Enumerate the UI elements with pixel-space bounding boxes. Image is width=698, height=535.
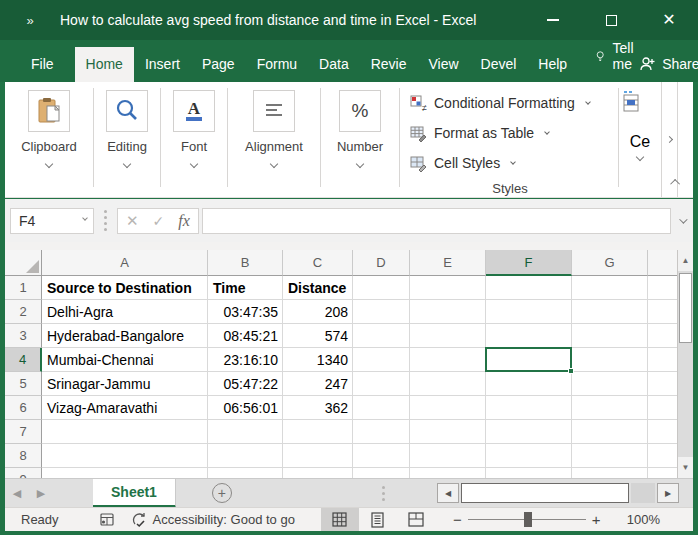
cell-D4[interactable] (353, 348, 410, 372)
row-header-3[interactable]: 3 (5, 324, 42, 348)
active-cell-F4[interactable] (485, 347, 572, 372)
page-layout-view-button[interactable] (359, 508, 397, 531)
column-header-B[interactable]: B (208, 250, 283, 276)
editing-group-button[interactable]: Editing (94, 82, 160, 197)
horizontal-scroll-track[interactable] (631, 483, 655, 503)
share-button[interactable]: Share (639, 56, 698, 82)
cell-G9[interactable] (572, 468, 648, 478)
sheet-nav-left-icon[interactable]: ◀ (5, 487, 29, 500)
cell-C9[interactable] (283, 468, 353, 478)
cell-B7[interactable] (208, 420, 283, 444)
cell-F1[interactable] (486, 276, 572, 300)
format-as-table-button[interactable]: Format as Table (410, 118, 610, 148)
ribbon-tab-revie[interactable]: Revie (360, 47, 418, 82)
cell-B5[interactable]: 05:47:22 (208, 372, 283, 396)
cell-C4[interactable]: 1340 (283, 348, 353, 372)
ribbon-tab-page[interactable]: Page (191, 47, 246, 82)
vertical-scrollbar[interactable]: ▲ ▼ (677, 250, 693, 478)
conditional-formatting-button[interactable]: ≠ Conditional Formatting (410, 88, 610, 118)
cells-group-button[interactable]: Ce (619, 82, 661, 197)
cell-G2[interactable] (572, 300, 648, 324)
cell-E7[interactable] (410, 420, 486, 444)
cell-B4[interactable]: 23:16:10 (208, 348, 283, 372)
vertical-scroll-thumb[interactable] (679, 273, 692, 343)
cell-A8[interactable] (42, 444, 208, 468)
accessibility-status[interactable]: Accessibility: Good to go (153, 512, 295, 527)
cell-D3[interactable] (353, 324, 410, 348)
cell-E2[interactable] (410, 300, 486, 324)
enter-icon[interactable]: ✓ (153, 213, 165, 229)
cell-G8[interactable] (572, 444, 648, 468)
scroll-up-icon[interactable]: ▲ (678, 250, 693, 271)
sheet-tab-sheet1[interactable]: Sheet1 (93, 479, 176, 508)
cell-F2[interactable] (486, 300, 572, 324)
zoom-level[interactable]: 100% (620, 512, 666, 527)
cell-F8[interactable] (486, 444, 572, 468)
cell-A2[interactable]: Delhi-Agra (42, 300, 208, 324)
cell-B8[interactable] (208, 444, 283, 468)
cell-A5[interactable]: Srinagar-Jammu (42, 372, 208, 396)
quick-access-toolbar-icon[interactable]: » (0, 13, 60, 28)
cell-A7[interactable] (42, 420, 208, 444)
cell-B6[interactable]: 06:56:01 (208, 396, 283, 420)
cell-C3[interactable]: 574 (283, 324, 353, 348)
cell-D8[interactable] (353, 444, 410, 468)
cell-D1[interactable] (353, 276, 410, 300)
scroll-right-icon[interactable]: ▶ (657, 483, 679, 503)
cell-F6[interactable] (486, 396, 572, 420)
column-header-C[interactable]: C (283, 250, 353, 276)
macro-record-icon[interactable] (99, 512, 115, 527)
cell-G3[interactable] (572, 324, 648, 348)
ribbon-tab-insert[interactable]: Insert (134, 47, 191, 82)
row-header-6[interactable]: 6 (5, 396, 42, 420)
insert-function-icon[interactable]: fx (178, 212, 190, 230)
formula-input[interactable] (202, 208, 671, 234)
column-header-D[interactable]: D (353, 250, 410, 276)
cell-E1[interactable] (410, 276, 486, 300)
row-header-2[interactable]: 2 (5, 300, 42, 324)
zoom-in-button[interactable]: + (586, 511, 607, 528)
cell-G4[interactable] (572, 348, 648, 372)
row-header-7[interactable]: 7 (5, 420, 42, 444)
name-box[interactable]: F4 (10, 208, 94, 234)
cell-F9[interactable] (486, 468, 572, 478)
page-break-preview-button[interactable] (397, 508, 435, 531)
row-header-1[interactable]: 1 (5, 276, 42, 300)
cell-B2[interactable]: 03:47:35 (208, 300, 283, 324)
maximize-button[interactable] (582, 0, 640, 40)
cell-E4[interactable] (410, 348, 486, 372)
column-header-A[interactable]: A (42, 250, 208, 276)
expand-formula-bar-button[interactable] (671, 218, 693, 224)
cell-B9[interactable] (208, 468, 283, 478)
ribbon-tab-home[interactable]: Home (75, 47, 134, 82)
cell-A6[interactable]: Vizag-Amaravathi (42, 396, 208, 420)
ribbon-tab-data[interactable]: Data (308, 47, 360, 82)
cell-C6[interactable]: 362 (283, 396, 353, 420)
ribbon-tab-help[interactable]: Help (527, 47, 578, 82)
cell-styles-button[interactable]: Cell Styles (410, 148, 610, 178)
cell-D2[interactable] (353, 300, 410, 324)
minimize-button[interactable] (524, 0, 582, 40)
zoom-slider-thumb[interactable] (524, 512, 532, 527)
cell-C8[interactable] (283, 444, 353, 468)
horizontal-scroll-thumb[interactable] (461, 483, 629, 503)
cell-C1[interactable]: Distance (283, 276, 353, 300)
sheet-nav-right-icon[interactable]: ▶ (29, 487, 53, 500)
cell-A9[interactable] (42, 468, 208, 478)
font-group-button[interactable]: A Font (161, 82, 227, 197)
fill-handle[interactable] (568, 368, 574, 374)
tab-bar-divider[interactable] (382, 486, 385, 501)
cell-F5[interactable] (486, 372, 572, 396)
cell-F3[interactable] (486, 324, 572, 348)
cancel-icon[interactable]: ✕ (126, 212, 139, 230)
collapse-ribbon-button[interactable] (665, 173, 687, 191)
cell-G6[interactable] (572, 396, 648, 420)
column-header-E[interactable]: E (410, 250, 486, 276)
clipboard-group-button[interactable]: Clipboard (5, 82, 93, 197)
zoom-out-button[interactable]: − (447, 511, 468, 528)
cell-F7[interactable] (486, 420, 572, 444)
cell-D9[interactable] (353, 468, 410, 478)
ribbon-tab-devel[interactable]: Devel (470, 47, 528, 82)
row-header-4[interactable]: 4 (5, 348, 42, 372)
close-button[interactable]: ✕ (640, 0, 698, 40)
